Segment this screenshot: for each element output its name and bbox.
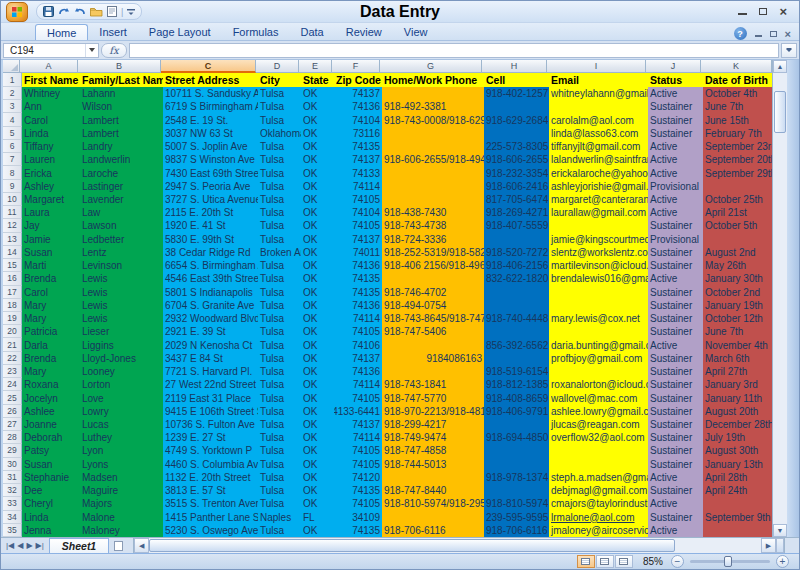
- cell-I13[interactable]: jamie@kingscourtmedicine.com: [549, 233, 648, 246]
- header-cell-D1[interactable]: City: [258, 73, 301, 87]
- cell-B33[interactable]: Majors: [80, 497, 163, 510]
- cell-B30[interactable]: Lyons: [80, 458, 163, 471]
- cell-J32[interactable]: Sustainer: [648, 484, 703, 497]
- cell-B22[interactable]: Lloyd-Jones: [80, 352, 163, 365]
- cell-C2[interactable]: 10711 S. Sandusky Ave: [163, 87, 258, 100]
- cell-H30[interactable]: [484, 458, 549, 471]
- cell-E4[interactable]: OK: [301, 113, 334, 126]
- cell-B29[interactable]: Lyon: [80, 444, 163, 457]
- cell-J24[interactable]: Sustainer: [648, 378, 703, 391]
- cell-D29[interactable]: Tulsa: [258, 444, 301, 457]
- cell-H19[interactable]: 918-740-4448: [484, 312, 549, 325]
- cell-F2[interactable]: 74137: [334, 87, 382, 100]
- cell-F17[interactable]: 74135: [334, 286, 382, 299]
- cell-C27[interactable]: 10736 S. Fulton Ave: [163, 418, 258, 431]
- cell-C5[interactable]: 3037 NW 63 St: [163, 127, 258, 140]
- column-header-G[interactable]: G: [380, 60, 482, 73]
- cell-C25[interactable]: 2119 East 31 Place: [163, 391, 258, 404]
- row-header-7[interactable]: 7: [3, 153, 22, 166]
- cell-I12[interactable]: [549, 219, 648, 232]
- tab-view[interactable]: View: [393, 24, 439, 40]
- scroll-up-icon[interactable]: ▲: [773, 60, 787, 73]
- cell-C28[interactable]: 1239 E. 27 St: [163, 431, 258, 444]
- cell-E29[interactable]: OK: [301, 444, 334, 457]
- cell-D12[interactable]: Tulsa: [258, 219, 301, 232]
- column-header-A[interactable]: A: [20, 60, 78, 73]
- cell-F15[interactable]: 74136: [334, 259, 382, 272]
- cell-E11[interactable]: OK: [301, 206, 334, 219]
- cell-E5[interactable]: OK: [301, 127, 334, 140]
- cell-F5[interactable]: 73116: [334, 127, 382, 140]
- formula-input[interactable]: [129, 43, 779, 58]
- cell-G19[interactable]: 918-743-8645/918-747-16: [382, 312, 484, 325]
- cell-I16[interactable]: brendalewis016@gmail.com: [549, 272, 648, 285]
- cell-I19[interactable]: mary.lewis@cox.net: [549, 312, 648, 325]
- cell-I20[interactable]: [549, 325, 648, 338]
- expand-formula-bar-button[interactable]: [781, 43, 797, 58]
- cell-K20[interactable]: June 7th: [703, 325, 774, 338]
- cell-D2[interactable]: Tulsa: [258, 87, 301, 100]
- cell-E16[interactable]: OK: [301, 272, 334, 285]
- cell-A33[interactable]: Cheryl: [22, 497, 80, 510]
- cell-E23[interactable]: OK: [301, 365, 334, 378]
- cell-E15[interactable]: OK: [301, 259, 334, 272]
- scroll-right-icon[interactable]: ▶: [761, 538, 776, 553]
- cell-E30[interactable]: OK: [301, 458, 334, 471]
- cell-A29[interactable]: Patsy: [22, 444, 80, 457]
- cell-J20[interactable]: Sustainer: [648, 325, 703, 338]
- cell-I33[interactable]: cmajors@taylorindustries.com: [549, 497, 648, 510]
- cell-A24[interactable]: Roxana: [22, 378, 80, 391]
- cell-E25[interactable]: OK: [301, 391, 334, 404]
- row-header-4[interactable]: 4: [3, 113, 22, 126]
- cell-G9[interactable]: [382, 180, 484, 193]
- cell-K12[interactable]: October 5th: [703, 219, 774, 232]
- cell-A27[interactable]: Joanne: [22, 418, 80, 431]
- cell-J21[interactable]: Active: [648, 338, 703, 351]
- cell-H13[interactable]: [484, 233, 549, 246]
- cell-B3[interactable]: Wilson: [80, 100, 163, 113]
- cell-G12[interactable]: 918-743-4738: [382, 219, 484, 232]
- cell-J16[interactable]: Active: [648, 272, 703, 285]
- cell-G27[interactable]: 918-299-4217: [382, 418, 484, 431]
- cell-A18[interactable]: Mary: [22, 299, 80, 312]
- horizontal-scroll-thumb[interactable]: [149, 539, 675, 552]
- cell-E31[interactable]: OK: [301, 471, 334, 484]
- cell-A32[interactable]: Dee: [22, 484, 80, 497]
- cell-F31[interactable]: 74120: [334, 471, 382, 484]
- cell-C18[interactable]: 6704 S. Granite Ave: [163, 299, 258, 312]
- cell-D13[interactable]: Tulsa: [258, 233, 301, 246]
- help-icon[interactable]: ?: [734, 27, 747, 40]
- cell-B15[interactable]: Levinson: [80, 259, 163, 272]
- cell-A15[interactable]: Marti: [22, 259, 80, 272]
- cell-I17[interactable]: [549, 286, 648, 299]
- cell-F6[interactable]: 74135: [334, 140, 382, 153]
- cell-D5[interactable]: Oklahoma City: [258, 127, 301, 140]
- cell-J15[interactable]: Sustainer: [648, 259, 703, 272]
- row-header-8[interactable]: 8: [3, 166, 22, 179]
- cell-C32[interactable]: 3813 E. 57 St: [163, 484, 258, 497]
- cell-C13[interactable]: 5830 E. 99th St: [163, 233, 258, 246]
- cell-H33[interactable]: 918-810-5974: [484, 497, 549, 510]
- close-button[interactable]: ×: [779, 6, 787, 17]
- column-header-D[interactable]: D: [256, 60, 299, 73]
- row-header-5[interactable]: 5: [3, 127, 22, 140]
- horizontal-scroll-track[interactable]: [149, 538, 761, 553]
- cell-I30[interactable]: [549, 458, 648, 471]
- cell-A12[interactable]: Jay: [22, 219, 80, 232]
- cell-F35[interactable]: 74135: [334, 524, 382, 537]
- cell-H7[interactable]: 918-606-2655: [484, 153, 549, 166]
- column-header-I[interactable]: I: [547, 60, 646, 73]
- cell-F10[interactable]: 74105: [334, 193, 382, 206]
- cell-K24[interactable]: January 3rd: [703, 378, 774, 391]
- row-header-12[interactable]: 12: [3, 219, 22, 232]
- cell-F12[interactable]: 74105: [334, 219, 382, 232]
- cell-B28[interactable]: Luthey: [80, 431, 163, 444]
- cell-E22[interactable]: OK: [301, 352, 334, 365]
- workbook-restore-button[interactable]: [770, 29, 777, 39]
- workbook-minimize-button[interactable]: [755, 29, 762, 39]
- cell-E32[interactable]: OK: [301, 484, 334, 497]
- cell-E12[interactable]: OK: [301, 219, 334, 232]
- cell-G29[interactable]: 918-747-4858: [382, 444, 484, 457]
- cell-D18[interactable]: Tulsa: [258, 299, 301, 312]
- cell-E17[interactable]: OK: [301, 286, 334, 299]
